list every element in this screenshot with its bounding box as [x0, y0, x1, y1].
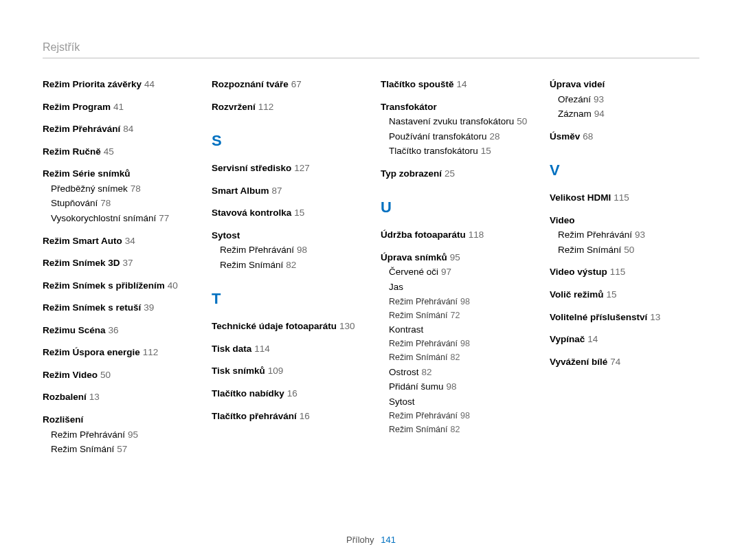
index-subentry: Červené oči97: [389, 265, 530, 279]
index-page[interactable]: 112: [143, 347, 159, 357]
index-page[interactable]: 114: [254, 344, 270, 354]
index-term: Tisk data: [212, 344, 251, 354]
index-subentry: Režim Přehrávání93: [558, 228, 699, 242]
index-page[interactable]: 36: [109, 325, 119, 335]
index-page[interactable]: 82: [286, 260, 296, 270]
index-subentry: Vysokorychlostní snímání77: [51, 212, 192, 225]
index-subentry: Nastavení zvuku transfokátoru50: [389, 115, 530, 128]
index-entry: Úprava snímků95Červené oči97JasRežim Pře…: [381, 251, 530, 436]
index-page[interactable]: 40: [168, 280, 178, 291]
index-page[interactable]: 13: [650, 312, 660, 322]
index-entry: Režim Úspora energie112: [43, 346, 192, 359]
index-entry: Režim Přehrávání84: [43, 122, 192, 136]
index-page[interactable]: 93: [594, 94, 604, 104]
index-entry: Úsměv68: [550, 130, 699, 144]
index-page[interactable]: 16: [300, 411, 310, 421]
index-page[interactable]: 109: [268, 366, 284, 376]
index-page[interactable]: 15: [294, 208, 304, 218]
index-page[interactable]: 28: [490, 131, 500, 142]
index-page[interactable]: 95: [450, 252, 460, 262]
index-page[interactable]: 45: [104, 146, 114, 157]
index-page[interactable]: 115: [610, 267, 626, 277]
index-entry: Režim Snímek 3D37: [43, 256, 192, 270]
index-page[interactable]: 37: [123, 258, 133, 268]
index-page[interactable]: 41: [113, 102, 124, 112]
index-term: Režim Přehrávání: [43, 124, 120, 134]
index-page[interactable]: 82: [450, 352, 460, 362]
column-1: Režim Priorita závěrky44Režim Program41R…: [43, 78, 192, 465]
index-page[interactable]: 98: [460, 297, 470, 306]
index-sub-label: Používání transfokátoru: [389, 131, 487, 142]
index-sub-label: Sytost: [389, 396, 415, 407]
index-subsubentry: Režim Přehrávání98: [389, 337, 530, 350]
index-page[interactable]: 77: [159, 213, 169, 223]
index-sub-label: Stupňování: [51, 198, 98, 208]
index-subentry: Režim Snímání57: [51, 443, 192, 456]
index-page[interactable]: 82: [422, 367, 432, 377]
index-page[interactable]: 67: [291, 79, 302, 89]
index-page[interactable]: 82: [450, 425, 460, 434]
index-page[interactable]: 84: [123, 124, 133, 134]
index-page[interactable]: 14: [587, 334, 598, 344]
index-page[interactable]: 130: [339, 321, 355, 331]
index-entry: Smart Album87: [212, 184, 361, 198]
index-subentry: Předběžný snímek78: [51, 182, 192, 196]
index-term: Úprava videí: [550, 79, 605, 89]
index-entry: Vyvážení bílé74: [550, 355, 699, 369]
index-term: Typ zobrazení: [381, 168, 442, 179]
index-page[interactable]: 74: [610, 357, 620, 367]
index-term: Režim Snímek s retuší: [43, 302, 141, 313]
index-subentry: Režim Snímání82: [220, 258, 361, 272]
index-page[interactable]: 50: [100, 370, 111, 380]
index-page[interactable]: 16: [287, 388, 297, 399]
index-subentry: Ořezání93: [558, 93, 699, 107]
index-page[interactable]: 97: [441, 267, 451, 277]
index-page[interactable]: 15: [481, 146, 491, 156]
index-page[interactable]: 112: [258, 102, 274, 112]
footer-page-number: 141: [381, 535, 396, 545]
index-page[interactable]: 50: [517, 116, 527, 126]
index-term: Tlačítko nabídky: [212, 388, 284, 399]
index-page[interactable]: 87: [272, 186, 282, 196]
index-sub-label: Režim Snímání: [51, 444, 114, 454]
index-page[interactable]: 78: [131, 183, 141, 194]
index-page[interactable]: 118: [469, 229, 484, 240]
index-page[interactable]: 115: [614, 192, 629, 203]
index-page[interactable]: 34: [125, 236, 135, 246]
index-page[interactable]: 98: [460, 339, 470, 348]
index-term: Tlačítko spouště: [381, 79, 454, 89]
index-page[interactable]: 127: [294, 163, 310, 173]
index-entry: Velikost HDMI115: [550, 191, 699, 205]
index-page[interactable]: 98: [297, 245, 307, 255]
index-page[interactable]: 44: [144, 79, 155, 89]
index-page[interactable]: 78: [100, 198, 111, 208]
index-entry: Režim Video50: [43, 368, 192, 382]
index-page[interactable]: 50: [624, 245, 634, 255]
index-term: Rozbalení: [43, 392, 87, 402]
index-sub-label: Režim Přehrávání: [558, 229, 632, 240]
index-entry: Volitelné příslušenství13: [550, 311, 699, 324]
index-page[interactable]: 98: [447, 381, 457, 392]
index-subsub-label: Režim Přehrávání: [389, 297, 458, 306]
index-page[interactable]: 15: [607, 289, 617, 300]
index-page[interactable]: 94: [594, 109, 605, 119]
index-page[interactable]: 39: [144, 302, 154, 313]
index-sub-label: Červené oči: [389, 267, 438, 277]
index-page[interactable]: 72: [450, 311, 460, 320]
index-page[interactable]: 93: [635, 229, 645, 240]
index-entry: Vypínač14: [550, 333, 699, 346]
index-page[interactable]: 25: [445, 168, 455, 179]
index-entry: Údržba fotoaparátu118: [381, 228, 530, 242]
index-entry: Tisk data114: [212, 342, 361, 356]
index-subsub-label: Režim Snímání: [389, 425, 447, 434]
index-term: Vyvážení bílé: [550, 357, 607, 367]
index-page[interactable]: 14: [457, 79, 467, 89]
index-page[interactable]: 57: [117, 444, 127, 454]
index-page[interactable]: 98: [460, 411, 470, 421]
index-term: Volič režimů: [550, 289, 604, 300]
index-page[interactable]: 13: [89, 392, 100, 402]
index-subentry: Sytost: [389, 395, 530, 409]
index-page[interactable]: 68: [583, 131, 593, 142]
index-page[interactable]: 95: [128, 429, 138, 440]
index-term: Údržba fotoaparátu: [381, 229, 466, 240]
